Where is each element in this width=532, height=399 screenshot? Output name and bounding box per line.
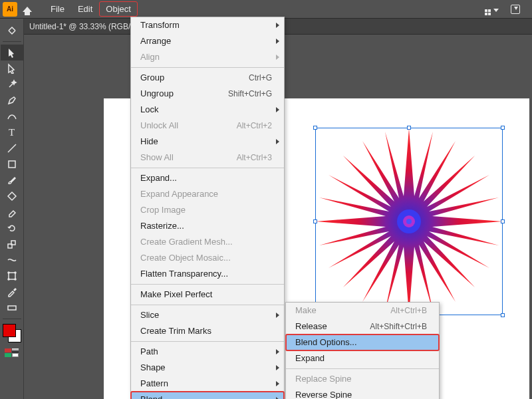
- mi-slice[interactable]: Slice: [131, 307, 284, 323]
- svg-rect-3: [9, 273, 15, 279]
- menubar: Ai File Edit Object: [0, 0, 532, 19]
- type-tool-icon[interactable]: T: [1, 124, 23, 140]
- mi-blend-release[interactable]: ReleaseAlt+Shift+Ctrl+B: [286, 319, 439, 334]
- app-badge: Ai: [3, 2, 17, 17]
- mi-replace-spine: Replace Spine: [286, 371, 439, 387]
- mi-blend-make: MakeAlt+Ctrl+B: [286, 303, 439, 319]
- mi-align: Align: [131, 49, 284, 65]
- layout-icon[interactable]: [485, 3, 499, 15]
- curvature-tool-icon[interactable]: [1, 108, 23, 124]
- mi-expand-appearance: Expand Appearance: [131, 186, 284, 202]
- scale-tool-icon[interactable]: [1, 236, 23, 252]
- mi-trim-marks[interactable]: Create Trim Marks: [131, 323, 284, 339]
- menu-object[interactable]: Object: [99, 1, 138, 17]
- mi-pixel-perfect[interactable]: Make Pixel Perfect: [131, 287, 284, 303]
- toolbox: T: [0, 19, 24, 399]
- object-menu: Transform Arrange Align GroupCtrl+G Ungr…: [130, 17, 285, 399]
- mi-flatten[interactable]: Flatten Transparency...: [131, 266, 284, 282]
- menu-edit[interactable]: Edit: [71, 1, 99, 17]
- free-transform-tool-icon[interactable]: [1, 268, 23, 284]
- toolbox-tab-icon[interactable]: [1, 23, 23, 39]
- paintbrush-tool-icon[interactable]: [1, 172, 23, 188]
- mi-show-all: Show AllAlt+Ctrl+3: [131, 150, 284, 166]
- mi-lock[interactable]: Lock: [131, 102, 284, 118]
- mi-shape[interactable]: Shape: [131, 360, 284, 376]
- export-icon[interactable]: [511, 5, 520, 14]
- mi-pattern[interactable]: Pattern: [131, 376, 284, 392]
- mi-hide[interactable]: Hide: [131, 134, 284, 150]
- mi-group[interactable]: GroupCtrl+G: [131, 70, 284, 86]
- mi-unlock-all: Unlock AllAlt+Ctrl+2: [131, 118, 284, 134]
- mi-blend[interactable]: Blend: [131, 392, 284, 399]
- svg-point-11: [406, 219, 412, 224]
- magic-wand-tool-icon[interactable]: [1, 76, 23, 92]
- mi-arrange[interactable]: Arrange: [131, 33, 284, 49]
- mi-transform[interactable]: Transform: [131, 17, 284, 33]
- mi-blend-options[interactable]: Blend Options...: [286, 334, 439, 350]
- shaper-tool-icon[interactable]: [1, 188, 23, 204]
- width-tool-icon[interactable]: [1, 252, 23, 268]
- svg-rect-8: [8, 306, 16, 310]
- menu-file[interactable]: File: [44, 1, 71, 17]
- mi-gradient-mesh: Create Gradient Mesh...: [131, 234, 284, 250]
- direct-selection-tool-icon[interactable]: [1, 61, 23, 76]
- mi-ungroup[interactable]: UngroupShift+Ctrl+G: [131, 86, 284, 102]
- shape-tool-icon[interactable]: [1, 156, 23, 172]
- line-tool-icon[interactable]: [1, 140, 23, 156]
- selection-tool-icon[interactable]: [1, 45, 23, 61]
- mi-rasterize[interactable]: Rasterize...: [131, 218, 284, 234]
- mi-blend-expand[interactable]: Expand: [286, 350, 439, 366]
- fill-stroke-swatch[interactable]: [1, 322, 23, 344]
- pen-tool-icon[interactable]: [1, 92, 23, 108]
- blend-submenu: MakeAlt+Ctrl+B ReleaseAlt+Shift+Ctrl+B B…: [285, 302, 440, 399]
- mi-reverse-spine[interactable]: Reverse Spine: [286, 387, 439, 399]
- home-icon[interactable]: [23, 7, 32, 12]
- mi-object-mosaic: Create Object Mosaic...: [131, 250, 284, 266]
- eraser-tool-icon[interactable]: [1, 204, 23, 220]
- gradient-tool-icon[interactable]: [1, 300, 23, 316]
- mi-path[interactable]: Path: [131, 344, 284, 360]
- mi-crop-image: Crop Image: [131, 202, 284, 218]
- artwork-star[interactable]: [316, 128, 502, 315]
- eyedropper-tool-icon[interactable]: [1, 284, 23, 300]
- color-mode-icons[interactable]: [5, 348, 19, 357]
- rotate-tool-icon[interactable]: [1, 220, 23, 236]
- svg-rect-0: [9, 161, 15, 168]
- mi-expand[interactable]: Expand...: [131, 170, 284, 186]
